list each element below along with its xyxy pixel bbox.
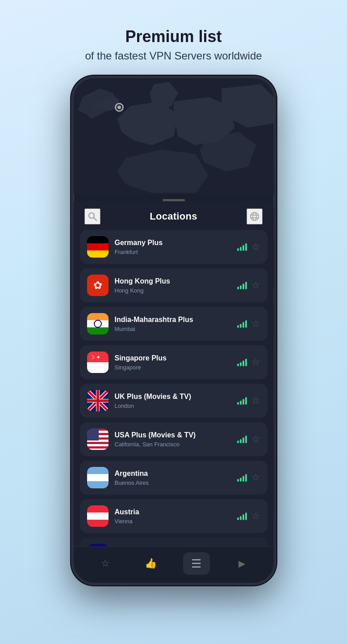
page-subtitle: of the fastest VPN Servers worldwide — [85, 50, 262, 62]
india-wheel — [94, 320, 102, 328]
location-actions: ☆ — [237, 511, 260, 521]
nav-favorites[interactable]: ☆ — [92, 552, 119, 575]
bar-3 — [242, 514, 244, 520]
favorite-star[interactable]: ☆ — [251, 396, 260, 406]
location-city: London — [115, 402, 237, 409]
settings-button[interactable] — [247, 208, 263, 225]
map-location-pin — [115, 103, 124, 112]
bar-4 — [245, 513, 247, 520]
location-city: Hong Kong — [115, 287, 237, 294]
svg-rect-15 — [87, 399, 109, 402]
bar-2 — [240, 478, 242, 482]
favorite-star[interactable]: ☆ — [251, 434, 260, 444]
flag-usa — [87, 428, 109, 450]
bar-4 — [245, 397, 247, 405]
bar-4 — [245, 474, 247, 482]
location-text: Germany Plus Frankfurt — [115, 238, 237, 255]
bar-1 — [237, 441, 239, 443]
nav-list[interactable]: ☰ — [183, 552, 210, 575]
list-item[interactable]: Germany Plus Frankfurt ☆ — [80, 230, 268, 264]
bar-2 — [240, 285, 242, 289]
bar-4 — [245, 282, 247, 289]
location-actions: ☆ — [237, 280, 260, 290]
bar-2 — [240, 439, 242, 443]
map-area — [74, 78, 274, 195]
bar-2 — [240, 362, 242, 366]
favorite-star[interactable]: ☆ — [251, 319, 260, 329]
bar-1 — [237, 402, 239, 405]
favorite-star[interactable]: ☆ — [251, 242, 260, 252]
flag-uk — [87, 390, 109, 411]
location-text: Singapore Plus Singapore — [115, 354, 237, 371]
bar-3 — [242, 245, 244, 251]
flag-singapore: ☽ ✦ — [87, 352, 109, 373]
location-actions: ☆ — [237, 357, 260, 367]
youtube-nav-icon: ▶ — [238, 558, 245, 569]
location-name: Austria — [115, 508, 237, 517]
bar-2 — [240, 516, 242, 520]
phone-mockup: Locations Germany Plus Frankfurt — [71, 76, 276, 585]
location-city: Buenos Aires — [115, 479, 237, 486]
bar-1 — [237, 287, 239, 289]
signal-bars — [237, 243, 247, 251]
list-item[interactable]: India-Maharashtra Plus Mumbai ☆ — [80, 307, 268, 341]
bar-4 — [245, 436, 247, 443]
flag-australia: ✦ — [87, 544, 109, 547]
signal-bars — [237, 435, 247, 443]
list-item[interactable]: Argentina Buenos Aires ☆ — [80, 461, 268, 495]
flag-hongkong: ✿ — [87, 275, 109, 296]
search-button[interactable] — [84, 208, 100, 225]
signal-bars — [237, 281, 247, 289]
location-text: India-Maharashtra Plus Mumbai — [115, 315, 237, 332]
location-actions: ☆ — [237, 434, 260, 444]
location-name: Hong Kong Plus — [115, 277, 237, 286]
list-item[interactable]: UK Plus (Movies & TV) London ☆ — [80, 384, 268, 418]
bar-2 — [240, 324, 242, 328]
location-name: UK Plus (Movies & TV) — [115, 392, 237, 402]
bar-3 — [242, 437, 244, 443]
location-name: Germany Plus — [115, 238, 237, 248]
nav-youtube[interactable]: ▶ — [229, 552, 255, 575]
location-text: Argentina Buenos Aires — [115, 469, 237, 486]
bar-4 — [245, 359, 247, 366]
favorite-star[interactable]: ☆ — [251, 511, 260, 521]
locations-header: Locations — [74, 201, 274, 230]
favorite-star[interactable]: ☆ — [251, 357, 260, 367]
favorite-star[interactable]: ☆ — [251, 473, 260, 483]
nav-recommended[interactable]: 👍 — [138, 552, 164, 575]
location-name: Argentina — [115, 469, 237, 479]
bottom-nav: ☆ 👍 ☰ ▶ — [74, 547, 274, 583]
bar-3 — [242, 284, 244, 289]
signal-bars — [237, 358, 247, 366]
bar-1 — [237, 517, 239, 520]
star-nav-icon: ☆ — [101, 558, 110, 569]
location-actions: ☆ — [237, 473, 260, 483]
location-name: India-Maharashtra Plus — [115, 315, 237, 325]
bar-4 — [245, 243, 247, 251]
search-icon — [87, 211, 98, 222]
location-city: Mumbai — [115, 326, 237, 332]
list-item[interactable]: USA Plus (Movies & TV) California, San F… — [80, 422, 268, 456]
favorite-star[interactable]: ☆ — [251, 280, 260, 290]
list-item[interactable]: ☽ ✦ Singapore Plus Singapore ☆ — [80, 345, 268, 379]
list-item[interactable]: ✦ AU Sydney Sydney ☆ — [80, 538, 268, 547]
locations-title: Locations — [150, 211, 197, 222]
page-title: Premium list — [85, 27, 262, 46]
bar-3 — [242, 476, 244, 482]
location-name: USA Plus (Movies & TV) — [115, 431, 237, 440]
location-city: Frankfurt — [115, 249, 237, 255]
location-text: AU Sydney Sydney — [115, 546, 237, 547]
bar-3 — [242, 399, 244, 405]
bar-1 — [237, 364, 239, 366]
list-item[interactable]: ✿ Hong Kong Plus Hong Kong ☆ — [80, 268, 268, 302]
bar-3 — [242, 322, 244, 328]
signal-bars — [237, 397, 247, 405]
list-item[interactable]: Austria Vienna ☆ — [80, 499, 268, 533]
location-name: Singapore Plus — [115, 354, 237, 363]
location-actions: ☆ — [237, 396, 260, 406]
bar-1 — [237, 325, 239, 328]
list-nav-icon: ☰ — [191, 557, 202, 571]
location-city: California, San Francisco — [115, 441, 237, 448]
signal-bars — [237, 512, 247, 520]
signal-bars — [237, 474, 247, 482]
